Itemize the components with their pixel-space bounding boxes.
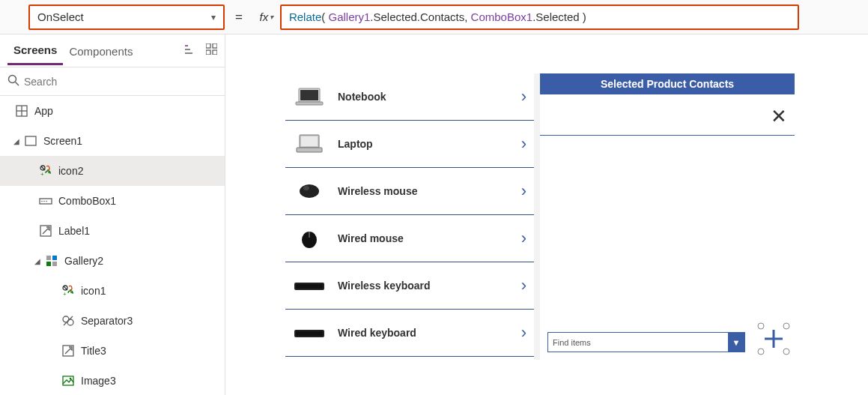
- formula-token: .Selected ): [532, 10, 586, 23]
- product-thumb: [293, 274, 326, 297]
- svg-rect-4: [213, 43, 217, 48]
- svg-rect-6: [213, 50, 217, 55]
- svg-rect-45: [296, 284, 323, 289]
- tree-label: Gallery2: [64, 255, 103, 267]
- property-value: OnSelect: [37, 10, 84, 23]
- svg-point-40: [300, 184, 319, 198]
- gallery-row[interactable]: Wired mouse›: [285, 215, 534, 262]
- formula-bar: OnSelect ▾ = fx▾ Relate( Gallery1.Select…: [0, 0, 868, 34]
- fx-wrap: fx▾ Relate( Gallery1.Selected.Contacts, …: [253, 4, 868, 30]
- chevron-right-icon: ›: [521, 229, 526, 248]
- tree-node-separator3[interactable]: Separator3: [0, 306, 225, 336]
- svg-rect-36: [296, 102, 323, 105]
- caret-icon: ◢: [31, 257, 43, 265]
- tree-node-app[interactable]: App: [0, 96, 225, 126]
- svg-rect-39: [297, 148, 322, 152]
- product-label: Laptop: [338, 138, 373, 150]
- tree-label: Title3: [81, 345, 106, 357]
- contacts-panel: Selected Product Contacts ✕ Find items ▼: [540, 73, 795, 360]
- svg-point-7: [9, 76, 16, 83]
- search-icon: [7, 74, 19, 88]
- gallery-row[interactable]: Wired keyboard›: [285, 310, 534, 357]
- gallery-row[interactable]: Laptop›: [285, 121, 534, 168]
- product-gallery[interactable]: Notebook›Laptop›Wireless mouse›Wired mou…: [285, 73, 534, 360]
- image-icon: [60, 376, 76, 386]
- find-items-combobox[interactable]: Find items ▼: [547, 332, 745, 352]
- product-label: Notebook: [338, 91, 386, 103]
- product-thumb: [293, 85, 326, 108]
- svg-point-18: [43, 201, 45, 202]
- formula-token: (: [321, 10, 328, 23]
- caret-icon: ◢: [10, 137, 22, 145]
- svg-rect-38: [301, 136, 318, 146]
- combobox-icon: [37, 196, 54, 206]
- chevron-down-icon: ▾: [270, 13, 273, 21]
- svg-point-41: [303, 186, 309, 190]
- divider: [540, 135, 795, 136]
- chevron-right-icon: ›: [521, 134, 526, 154]
- svg-point-51: [783, 323, 789, 329]
- separator-icon: [60, 315, 76, 327]
- combo-placeholder: Find items: [553, 338, 591, 347]
- tree-panel: Screens Components App ◢ Screen1 + icon2…: [0, 34, 225, 395]
- fx-label[interactable]: fx▾: [253, 10, 280, 23]
- svg-rect-35: [300, 90, 318, 100]
- tab-components[interactable]: Components: [63, 37, 139, 64]
- label-icon: [60, 345, 76, 357]
- chevron-down-icon: ▾: [211, 12, 216, 22]
- tree-label: Label1: [58, 225, 90, 237]
- tree-scroll[interactable]: App ◢ Screen1 + icon2 ComboBox1 Label1 ◢…: [0, 96, 225, 395]
- formula-input[interactable]: Relate( Gallery1.Selected.Contacts, Comb…: [280, 4, 799, 30]
- tree-node-icon1[interactable]: + icon1: [0, 276, 225, 306]
- svg-rect-12: [25, 136, 36, 145]
- svg-rect-23: [46, 262, 51, 266]
- svg-line-8: [16, 82, 19, 86]
- app-icon: [13, 105, 30, 117]
- svg-rect-3: [206, 43, 210, 48]
- tree-node-image3[interactable]: Image3: [0, 366, 225, 395]
- product-label: Wired keyboard: [338, 327, 416, 339]
- chevron-right-icon: ›: [521, 181, 526, 201]
- product-label: Wired mouse: [338, 232, 404, 244]
- property-selector[interactable]: OnSelect ▾: [28, 4, 225, 30]
- svg-text:+: +: [40, 171, 44, 177]
- formula-token: Gallery1: [328, 10, 370, 23]
- equals-sign: =: [235, 10, 243, 25]
- formula-token: ComboBox1: [471, 10, 533, 23]
- product-label: Wireless mouse: [338, 185, 417, 197]
- contacts-header: Selected Product Contacts: [540, 73, 795, 94]
- grid-icon[interactable]: [206, 43, 217, 58]
- product-thumb: [293, 227, 326, 250]
- svg-point-19: [46, 201, 47, 202]
- screen-icon: [22, 136, 39, 146]
- gallery-row[interactable]: Wireless keyboard›: [285, 262, 534, 310]
- svg-point-50: [758, 323, 764, 329]
- product-label: Wireless keyboard: [338, 280, 431, 292]
- icon-control-icon: +: [60, 285, 76, 297]
- tree-node-screen1[interactable]: ◢ Screen1: [0, 126, 225, 156]
- tree-node-icon2[interactable]: + icon2: [0, 156, 225, 186]
- tree-node-label1[interactable]: Label1: [0, 216, 225, 246]
- chevron-right-icon: ›: [521, 276, 526, 295]
- gallery-row[interactable]: Notebook›: [285, 73, 534, 121]
- tree-label: Screen1: [43, 135, 82, 147]
- svg-point-17: [41, 201, 43, 202]
- search-input[interactable]: [24, 76, 217, 88]
- gallery-row[interactable]: Wireless mouse›: [285, 168, 534, 215]
- add-icon-selected[interactable]: [757, 322, 790, 355]
- close-icon[interactable]: ✕: [771, 105, 787, 128]
- svg-rect-24: [52, 262, 57, 266]
- stage: Notebook›Laptop›Wireless mouse›Wired mou…: [285, 73, 795, 360]
- svg-rect-43: [309, 232, 310, 238]
- tree-label: icon2: [58, 165, 83, 177]
- tree-node-title3[interactable]: Title3: [0, 336, 225, 366]
- chevron-right-icon: ›: [521, 323, 526, 343]
- tree-node-gallery2[interactable]: ◢ Gallery2: [0, 246, 225, 276]
- tab-screens[interactable]: Screens: [7, 36, 63, 65]
- icon-control-icon: +: [37, 165, 54, 177]
- svg-rect-21: [46, 256, 51, 260]
- list-icon[interactable]: [185, 44, 197, 58]
- search-row: [0, 67, 225, 96]
- tree-label: Separator3: [81, 315, 133, 327]
- tree-node-combobox1[interactable]: ComboBox1: [0, 186, 225, 216]
